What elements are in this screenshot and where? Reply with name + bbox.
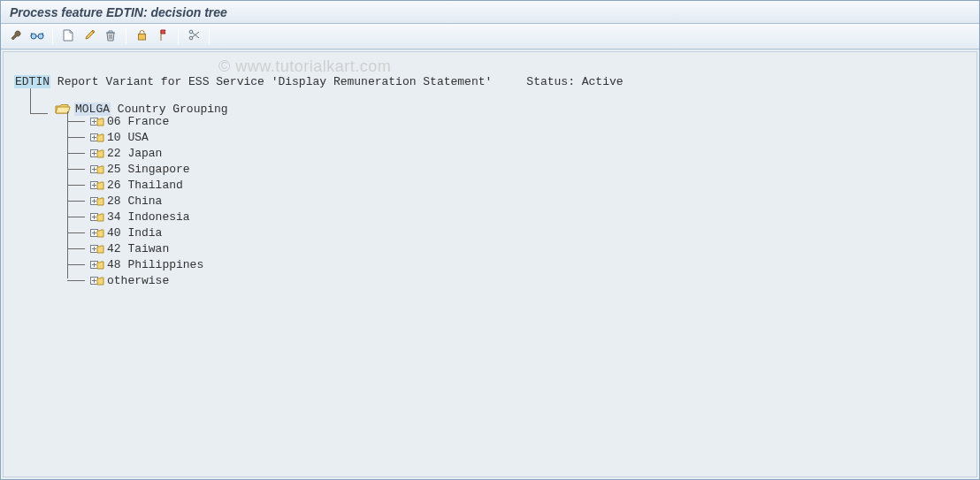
tree-node[interactable]: 28 China [67, 193, 966, 209]
svg-rect-2 [138, 34, 145, 41]
scissors-icon [188, 29, 200, 43]
toolbar-separator [126, 28, 126, 44]
tree-node-label: otherwise [107, 274, 169, 287]
tree-node-label: 10 USA [107, 131, 149, 144]
tree-branch: MOLGA Country Grouping 06 France10 USA22… [30, 92, 966, 288]
tree-node-label: 28 China [107, 194, 162, 208]
tree-node[interactable]: 40 India [67, 225, 966, 240]
status-label: Status: [526, 75, 575, 88]
tree-children: 06 France10 USA22 Japan25 Singapore26 Th… [67, 113, 966, 288]
expand-icon[interactable] [90, 260, 103, 270]
toolbar-separator [52, 28, 53, 44]
tree-node[interactable]: 42 Taiwan [67, 240, 966, 256]
flag-button[interactable] [153, 27, 172, 46]
root-code: EDTIN [14, 75, 50, 88]
tree-area: EDTIN Report Variant for ESS Service 'Di… [3, 51, 977, 477]
wrench-button[interactable] [6, 27, 26, 46]
tree-node-label: 48 Philippines [107, 258, 203, 271]
flag-icon [158, 29, 167, 44]
title-bar: Process feature EDTIN: decision tree [1, 1, 979, 24]
tree-node[interactable]: 48 Philippines [67, 256, 966, 272]
trash-button[interactable] [101, 27, 120, 46]
glasses-icon [30, 30, 44, 43]
page-title: Process feature EDTIN: decision tree [10, 5, 227, 19]
glasses-button[interactable] [27, 27, 47, 46]
svg-point-3 [189, 30, 193, 34]
wrench-icon [10, 29, 22, 44]
new-doc-button[interactable] [58, 27, 78, 46]
toolbar [1, 24, 979, 50]
tree-node-molga[interactable]: MOLGA Country Grouping [30, 92, 966, 113]
pencil-icon [84, 29, 96, 43]
scissors-button[interactable] [184, 27, 203, 46]
tree-node-label: 40 India [107, 226, 162, 240]
pencil-button[interactable] [80, 27, 99, 46]
tree-node[interactable]: otherwise [67, 272, 966, 288]
lock-icon [137, 29, 147, 43]
toolbar-separator [178, 28, 179, 44]
expand-icon[interactable] [90, 228, 103, 238]
expand-icon[interactable] [90, 244, 103, 254]
tree-node[interactable]: 10 USA [67, 129, 966, 145]
tree-node[interactable]: 34 Indonesia [67, 209, 966, 225]
tree-node-label: 06 France [107, 115, 169, 128]
status-value: Active [582, 75, 624, 88]
lock-button[interactable] [132, 27, 151, 46]
tree-node-label: 34 Indonesia [107, 210, 190, 224]
tree-node-label: 22 Japan [107, 147, 162, 160]
tree-node-label: 42 Taiwan [107, 242, 169, 255]
tree-node[interactable]: 06 France [67, 113, 966, 129]
tree-node-label: 26 Thailand [107, 179, 183, 192]
expand-icon[interactable] [90, 133, 103, 142]
expand-icon[interactable] [90, 196, 103, 206]
expand-icon[interactable] [90, 212, 103, 222]
expand-icon[interactable] [90, 164, 103, 174]
tree-root-row[interactable]: EDTIN Report Variant for ESS Service 'Di… [14, 75, 966, 88]
root-description: Report Variant for ESS Service 'Display … [57, 75, 492, 88]
tree-node[interactable]: 26 Thailand [67, 177, 966, 193]
tree-node[interactable]: 22 Japan [67, 145, 966, 161]
svg-point-4 [189, 36, 193, 40]
expand-icon[interactable] [90, 180, 103, 190]
expand-icon[interactable] [90, 117, 103, 126]
toolbar-separator [209, 28, 210, 44]
trash-icon [105, 29, 116, 44]
new-doc-icon [63, 29, 73, 44]
tree-node[interactable]: 25 Singapore [67, 161, 966, 177]
expand-icon[interactable] [90, 276, 103, 286]
tree-node-label: 25 Singapore [107, 163, 190, 176]
expand-icon[interactable] [90, 149, 103, 158]
